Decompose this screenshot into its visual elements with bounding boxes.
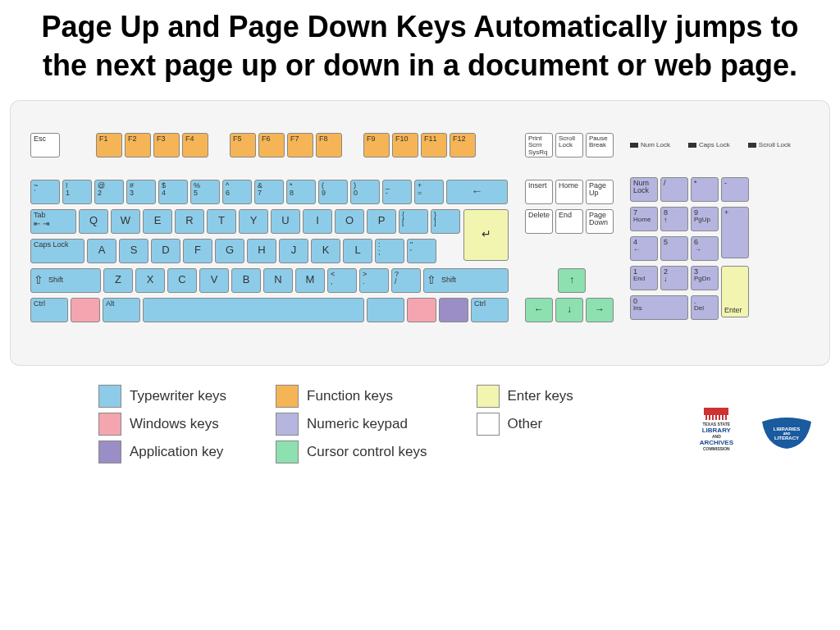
q-key: Q (79, 209, 108, 234)
legend-application: Application key (98, 441, 226, 463)
rctrl-key: Ctrl (471, 298, 509, 322)
rwin-key (407, 298, 436, 322)
b-key: B (231, 268, 261, 293)
capslock-key: Caps Lock (30, 239, 84, 263)
z-key: Z (103, 268, 133, 293)
scrolllock-key: Scroll Lock (555, 133, 583, 158)
numpad-8-key: 8↑ (660, 207, 688, 231)
f6-key: F6 (258, 133, 285, 158)
pagedown-key: Page Down (586, 209, 614, 234)
f3-key: F3 (153, 133, 180, 158)
legend-windows: Windows keys (98, 413, 226, 436)
library-archives-logo: TEXAS STATE LIBRARY AND ARCHIVES COMMISS… (700, 408, 733, 451)
c-key: C (167, 268, 197, 293)
f12-key: F12 (450, 133, 476, 158)
semicolon-key: :; (375, 239, 404, 263)
k-key: K (311, 239, 340, 263)
left-arrow-key: ← (525, 298, 553, 322)
lock-indicators: Num Lock Caps Lock Scroll Lock (630, 133, 791, 158)
enter-key: ↵ (463, 209, 509, 261)
f7-key: F7 (287, 133, 313, 158)
u-key: U (271, 209, 300, 234)
numpad-1-key: 1End (630, 266, 658, 290)
i-key: I (303, 209, 332, 234)
esc-key: Esc (30, 133, 60, 158)
n-key: N (263, 268, 293, 293)
f8-key: F8 (316, 133, 342, 158)
page-title: Page Up and Page Down Keys Automatically… (0, 0, 840, 94)
home-key: Home (555, 180, 583, 204)
legend-typewriter: Typewriter keys (98, 385, 226, 408)
2-key: @2 (94, 180, 124, 204)
nav-block: Print ScrnSysRq Scroll Lock PauseBreak I… (525, 133, 614, 325)
slash-key: ?/ (391, 268, 421, 293)
numpad-decimal-key: .Del (691, 295, 719, 320)
f5-key: F5 (230, 133, 256, 158)
numpad-divide-key: / (660, 177, 688, 202)
f9-key: F9 (363, 133, 390, 158)
lwin-key (71, 298, 100, 322)
numpad-4-key: 4← (630, 236, 658, 261)
f11-key: F11 (421, 133, 447, 158)
m-key: M (295, 268, 325, 293)
delete-key: Delete (525, 209, 553, 234)
ralt-key (367, 298, 404, 322)
lshift-key: ⇧Shift (30, 268, 101, 293)
v-key: V (199, 268, 229, 293)
f-key: F (183, 239, 212, 263)
legend-other: Other (477, 413, 573, 436)
backspace-key: ← (446, 180, 508, 204)
legend-function: Function keys (276, 385, 427, 408)
comma-key: <, (327, 268, 357, 293)
h-key: H (247, 239, 276, 263)
j-key: J (279, 239, 308, 263)
rshift-key: ⇧Shift (423, 268, 509, 293)
x-key: X (135, 268, 165, 293)
libraries-literacy-logo: LIBRARIES AND LITERACY (758, 418, 815, 441)
a-key: A (87, 239, 116, 263)
f2-key: F2 (125, 133, 151, 158)
e-key: E (143, 209, 172, 234)
0-key: )0 (350, 180, 380, 204)
numpad-block: Num Lock Caps Lock Scroll Lock Num Lock … (630, 133, 791, 325)
g-key: G (215, 239, 244, 263)
period-key: >. (359, 268, 389, 293)
printscreen-key: Print ScrnSysRq (525, 133, 553, 158)
numpad-2-key: 2↓ (660, 266, 688, 290)
pause-key: PauseBreak (586, 133, 614, 158)
y-key: Y (239, 209, 268, 234)
7-key: &7 (254, 180, 284, 204)
f1-key: F1 (96, 133, 122, 158)
f10-key: F10 (392, 133, 418, 158)
numpad-enter-key: Enter (721, 266, 749, 317)
numpad-5-key: 5 (660, 236, 688, 261)
numpad-subtract-key: - (721, 177, 749, 202)
scrolllock-indicator-icon (748, 143, 756, 148)
app-key (439, 298, 468, 322)
8-key: *8 (286, 180, 316, 204)
6-key: ^6 (222, 180, 252, 204)
lctrl-key: Ctrl (30, 298, 68, 322)
p-key: P (367, 209, 396, 234)
numpad-9-key: 9PgUp (691, 207, 719, 231)
end-key: End (555, 209, 583, 234)
3-key: #3 (126, 180, 156, 204)
lalt-key: Alt (103, 298, 140, 322)
pageup-key: Page Up (586, 180, 614, 204)
right-arrow-key: → (586, 298, 614, 322)
4-key: $4 (158, 180, 188, 204)
capslock-indicator-icon (688, 143, 696, 148)
rbracket-key: }] (431, 209, 460, 234)
numlock-indicator-icon (630, 143, 638, 148)
keyboard-diagram: Esc F1 F2 F3 F4 F5 F6 F7 F8 F9 F10 F11 F… (10, 100, 830, 366)
s-key: S (119, 239, 148, 263)
down-arrow-key: ↓ (555, 298, 583, 322)
equals-key: += (414, 180, 444, 204)
numpad-0-key: 0Ins (630, 295, 688, 320)
lbracket-key: {[ (399, 209, 428, 234)
minus-key: _- (382, 180, 412, 204)
w-key: W (111, 209, 140, 234)
up-arrow-key: ↑ (558, 268, 586, 293)
r-key: R (175, 209, 204, 234)
5-key: %5 (190, 180, 220, 204)
